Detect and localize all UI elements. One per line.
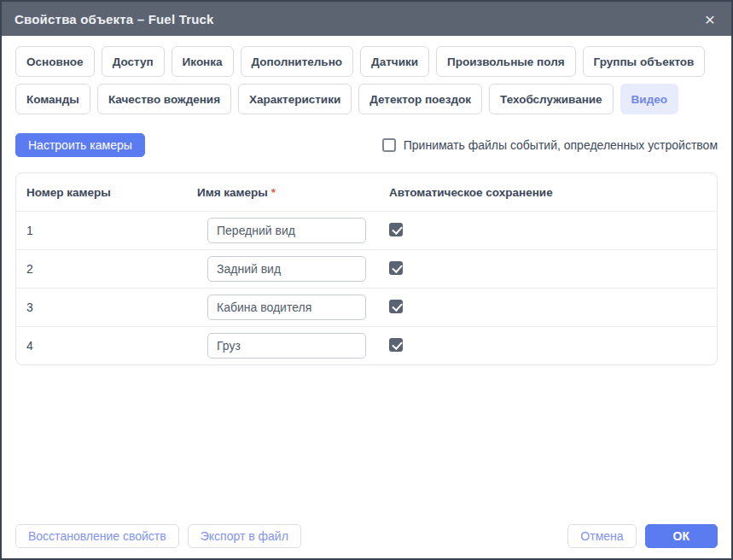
- camera-table-header: Номер камеры Имя камеры* Автоматическое …: [16, 173, 717, 211]
- camera-number-cell: 1: [16, 224, 197, 237]
- tab-4-датчики[interactable]: Датчики: [360, 46, 429, 77]
- ok-button[interactable]: ОК: [645, 524, 718, 548]
- footer-right-group: Отмена ОК: [567, 524, 718, 548]
- camera-controls-row: Настроить камеры Принимать файлы событий…: [15, 133, 718, 157]
- export-to-file-button[interactable]: Экспорт в файл: [188, 524, 301, 548]
- accept-event-files-option[interactable]: Принимать файлы событий, определенных ус…: [382, 138, 718, 152]
- tab-8-качество-вождения[interactable]: Качество вождения: [97, 84, 231, 114]
- camera-name-input[interactable]: [207, 256, 366, 282]
- table-row: 3: [16, 288, 717, 326]
- camera-name-input[interactable]: [207, 333, 366, 359]
- tab-7-команды[interactable]: Команды: [15, 84, 90, 114]
- camera-name-input[interactable]: [207, 218, 366, 243]
- column-header-autosave: Автоматическое сохранение: [389, 186, 717, 199]
- column-header-camera-name: Имя камеры*: [197, 186, 389, 199]
- close-icon[interactable]: ×: [701, 9, 718, 30]
- cancel-button[interactable]: Отмена: [567, 524, 636, 548]
- camera-table: Номер камеры Имя камеры* Автоматическое …: [15, 172, 718, 365]
- required-marker: *: [271, 186, 276, 199]
- camera-table-body: 1234: [16, 211, 717, 365]
- tab-12-видео[interactable]: Видео: [620, 84, 678, 114]
- column-header-camera-number: Номер камеры: [16, 186, 197, 199]
- tab-1-доступ[interactable]: Доступ: [102, 46, 165, 77]
- dialog-footer: Восстановление свойств Экспорт в файл От…: [15, 514, 718, 548]
- table-row: 2: [16, 249, 717, 288]
- autosave-checkbox[interactable]: [389, 338, 403, 352]
- restore-properties-button[interactable]: Восстановление свойств: [15, 524, 179, 548]
- camera-number-cell: 3: [16, 300, 197, 314]
- content-spacer: [15, 365, 718, 514]
- tab-0-основное[interactable]: Основное: [15, 46, 95, 77]
- autosave-checkbox[interactable]: [389, 261, 403, 275]
- autosave-checkbox[interactable]: [389, 223, 403, 236]
- table-row: 4: [16, 326, 717, 365]
- tab-6-группы-объектов[interactable]: Группы объектов: [583, 46, 706, 77]
- tab-5-произвольные-поля[interactable]: Произвольные поля: [436, 46, 576, 77]
- camera-number-cell: 4: [16, 339, 197, 353]
- tab-9-характеристики[interactable]: Характеристики: [238, 84, 352, 114]
- tab-bar: ОсновноеДоступИконкаДополнительноДатчики…: [15, 46, 718, 114]
- tab-2-иконка[interactable]: Иконка: [172, 46, 234, 77]
- autosave-checkbox[interactable]: [389, 300, 403, 313]
- table-row: 1: [16, 211, 717, 249]
- object-properties-dialog: Свойства объекта – Fuel Truck × Основное…: [0, 0, 733, 560]
- configure-cameras-button[interactable]: Настроить камеры: [15, 133, 145, 157]
- dialog-title: Свойства объекта – Fuel Truck: [15, 12, 214, 26]
- camera-name-input[interactable]: [207, 295, 366, 320]
- dialog-titlebar: Свойства объекта – Fuel Truck ×: [2, 2, 731, 36]
- dialog-content: ОсновноеДоступИконкаДополнительноДатчики…: [2, 36, 731, 558]
- accept-event-files-label: Принимать файлы событий, определенных ус…: [404, 138, 718, 152]
- tab-3-дополнительно[interactable]: Дополнительно: [241, 46, 354, 77]
- tab-10-детектор-поездок[interactable]: Детектор поездок: [358, 84, 482, 114]
- tab-11-техобслуживание[interactable]: Техобслуживание: [489, 84, 614, 114]
- camera-number-cell: 2: [16, 262, 197, 276]
- accept-event-files-checkbox[interactable]: [382, 138, 396, 152]
